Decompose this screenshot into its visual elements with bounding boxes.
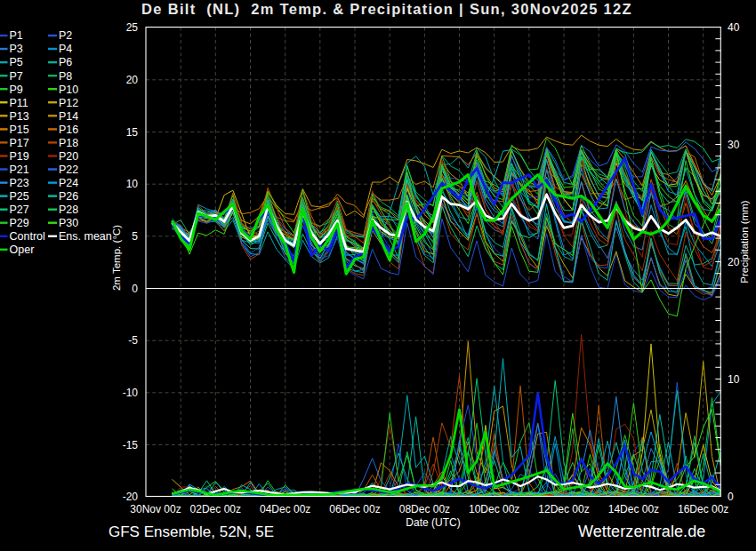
- svg-text:25: 25: [126, 21, 139, 34]
- svg-text:P2: P2: [59, 29, 72, 42]
- svg-text:P20: P20: [59, 150, 78, 163]
- svg-text:P8: P8: [59, 70, 72, 83]
- svg-text:10: 10: [728, 373, 740, 386]
- svg-text:0: 0: [132, 283, 138, 295]
- svg-text:5: 5: [132, 230, 138, 243]
- svg-text:P1: P1: [10, 29, 23, 42]
- svg-text:12Dec 00z: 12Dec 00z: [538, 503, 589, 515]
- svg-text:-15: -15: [123, 439, 139, 451]
- svg-text:P23: P23: [10, 177, 29, 189]
- svg-text:P6: P6: [59, 56, 72, 68]
- svg-text:P28: P28: [59, 204, 78, 216]
- svg-text:De Bilt (NL) 2m Temp. & Prec: De Bilt (NL) 2m Temp. & Precipitation | …: [141, 1, 632, 17]
- svg-text:P7: P7: [10, 70, 23, 83]
- svg-text:Date (UTC): Date (UTC): [406, 516, 460, 529]
- svg-text:P4: P4: [59, 43, 72, 55]
- svg-text:30: 30: [728, 139, 740, 151]
- svg-text:16Dec 00z: 16Dec 00z: [678, 503, 728, 515]
- svg-text:20: 20: [126, 74, 139, 86]
- svg-text:P14: P14: [59, 110, 78, 123]
- svg-text:Precipitation (mm): Precipitation (mm): [739, 200, 750, 283]
- svg-text:P13: P13: [10, 110, 29, 123]
- svg-text:40: 40: [728, 21, 740, 34]
- svg-text:P25: P25: [10, 190, 29, 203]
- svg-text:14Dec 00z: 14Dec 00z: [608, 503, 659, 515]
- svg-text:P30: P30: [59, 217, 78, 229]
- svg-text:30Nov 00z: 30Nov 00z: [130, 503, 181, 515]
- svg-text:P5: P5: [10, 56, 23, 68]
- svg-text:0: 0: [728, 491, 734, 503]
- svg-text:P15: P15: [10, 124, 29, 136]
- svg-text:10Dec 00z: 10Dec 00z: [469, 503, 519, 515]
- svg-text:-20: -20: [123, 491, 139, 503]
- svg-text:-5: -5: [128, 334, 138, 347]
- svg-text:P27: P27: [10, 204, 29, 216]
- svg-text:P26: P26: [59, 190, 78, 203]
- svg-text:10: 10: [126, 178, 139, 190]
- svg-text:Ens. mean: Ens. mean: [59, 230, 112, 243]
- svg-text:Control: Control: [10, 230, 45, 243]
- svg-text:P10: P10: [59, 84, 78, 96]
- svg-text:2m Temp. (°C): 2m Temp. (°C): [111, 225, 122, 291]
- svg-text:P24: P24: [59, 177, 78, 189]
- svg-text:P12: P12: [59, 97, 78, 109]
- svg-text:P29: P29: [10, 217, 29, 229]
- svg-text:Wetterzentrale.de: Wetterzentrale.de: [578, 523, 705, 540]
- svg-text:P18: P18: [59, 137, 78, 149]
- svg-text:P22: P22: [59, 164, 78, 176]
- svg-text:08Dec 00z: 08Dec 00z: [399, 503, 450, 515]
- svg-text:P16: P16: [59, 124, 78, 136]
- svg-text:06Dec 00z: 06Dec 00z: [329, 503, 380, 515]
- svg-text:P21: P21: [10, 164, 29, 176]
- svg-text:P11: P11: [10, 97, 28, 109]
- svg-text:P17: P17: [10, 137, 29, 149]
- svg-text:P9: P9: [10, 84, 23, 96]
- svg-text:P19: P19: [10, 150, 29, 163]
- svg-text:Oper: Oper: [10, 244, 35, 256]
- svg-text:02Dec 00z: 02Dec 00z: [190, 503, 241, 515]
- svg-text:P3: P3: [10, 43, 23, 55]
- svg-text:GFS Ensemble, 52N, 5E: GFS Ensemble, 52N, 5E: [109, 523, 274, 540]
- svg-text:20: 20: [728, 256, 740, 268]
- svg-text:15: 15: [126, 126, 139, 139]
- svg-text:-10: -10: [123, 387, 139, 399]
- svg-text:04Dec 00z: 04Dec 00z: [260, 503, 310, 515]
